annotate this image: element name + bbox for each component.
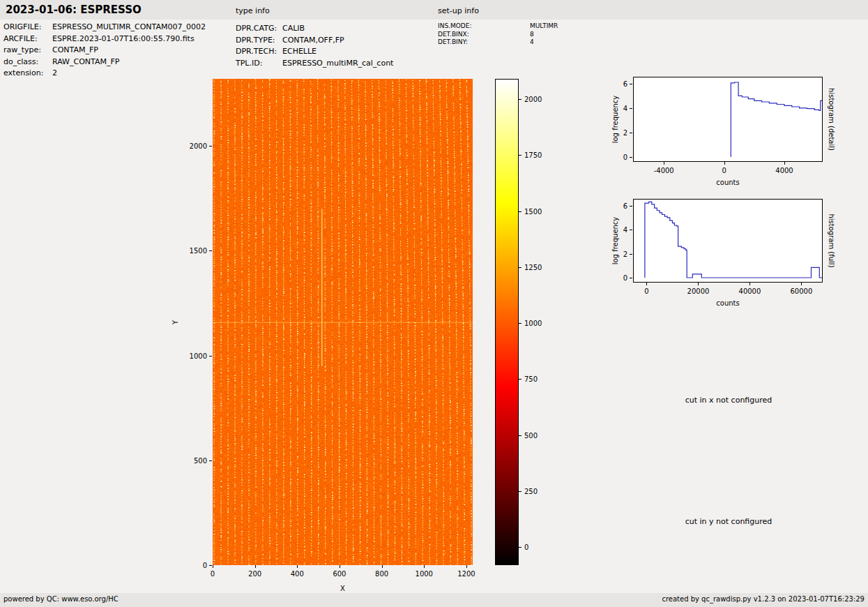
metadata-value: ECHELLE [282, 46, 317, 58]
metadata-row: raw_type:CONTAM_FP [3, 45, 206, 57]
colorbar-tick-mark [519, 323, 521, 324]
tick-label: 60000 [791, 287, 813, 295]
page-title: 2023-01-06: ESPRESSO [6, 3, 142, 16]
colorbar [495, 79, 519, 565]
colorbar-tick-mark [519, 211, 521, 212]
y-tick-mark [630, 206, 632, 207]
tick-label: 2000 [524, 95, 542, 103]
y-axis-title: log frequency [611, 96, 619, 144]
tick-label: 1500 [190, 247, 207, 255]
histogram_detail-line [634, 77, 822, 161]
y-tick-mark [630, 157, 632, 158]
metadata-label: ORIGFILE: [3, 22, 52, 33]
histogram_full-plot-area [633, 199, 823, 283]
metadata-label: DPR.TYPE: [236, 35, 282, 47]
tick-label: 6 [623, 202, 627, 209]
x-tick-mark [424, 565, 425, 568]
colorbar-tick-mark [519, 267, 521, 268]
y-tick-mark [209, 146, 212, 147]
tick-label: 750 [524, 375, 538, 383]
metadata-value: CONTAM,OFF,FP [282, 35, 344, 47]
metadata-value: ESPRE.2023-01-07T16:00:55.790.fits [52, 33, 195, 45]
y-tick-mark [630, 108, 632, 109]
metadata-label: raw_type: [3, 45, 52, 57]
metadata-row: DET.BINX:8 [438, 31, 558, 39]
tick-label: 250 [524, 488, 538, 495]
tick-label: 500 [524, 431, 538, 439]
footer-powered-by: powered by QC: www.eso.org/HC [3, 595, 119, 603]
y-tick-mark [209, 356, 212, 357]
x-tick-mark [382, 565, 383, 568]
tick-label: 1000 [190, 352, 207, 359]
tick-label: 500 [194, 456, 207, 464]
cut-y-note: cut in y not configured [685, 517, 772, 526]
footer-bar: powered by QC: www.eso.org/HC created by… [0, 593, 868, 607]
y-tick-mark [630, 278, 632, 278]
tick-label: 2 [623, 250, 627, 257]
metadata-label: DET.BINX: [438, 31, 530, 39]
tick-label: 0 [722, 167, 726, 174]
metadata-row: extension:2 [3, 68, 206, 80]
colorbar-tick-mark [519, 435, 521, 436]
x-tick-mark [255, 565, 256, 568]
tick-label: 400 [291, 570, 304, 578]
setup-info-section-label: set-up info [438, 6, 479, 15]
tick-label: 1000 [524, 320, 542, 327]
metadata-value: CALIB [282, 23, 305, 35]
metadata-row: DPR.TECH:ECHELLE [236, 46, 393, 58]
tick-label: -4000 [654, 167, 674, 174]
y-tick-mark [630, 230, 632, 230]
x-tick-mark [340, 565, 340, 568]
metadata-row: DET.BINY:4 [438, 38, 558, 47]
footer-created-by: created by qc_rawdisp.py v1.2.3 on 2023-… [662, 595, 865, 603]
tick-label: 800 [375, 570, 388, 578]
x-tick-mark [749, 283, 750, 285]
metadata-row: ORIGFILE:ESPRESSO_MULTIMR_CONTAM007_0002 [3, 22, 206, 33]
histogram_full-line [634, 200, 822, 282]
metadata-row: TPL.ID:ESPRESSO_multiMR_cal_cont [236, 58, 393, 70]
colorbar-tick-mark [519, 491, 521, 492]
tick-label: 200 [248, 570, 261, 578]
type-info-section-label: type info [236, 6, 270, 15]
file-metadata-block: ORIGFILE:ESPRESSO_MULTIMR_CONTAM007_0002… [3, 22, 206, 80]
tick-label: 4 [623, 226, 627, 234]
x-tick-mark [664, 162, 664, 165]
metadata-value: 8 [530, 31, 534, 39]
right-axis-title: histogram (detail) [828, 88, 835, 151]
metadata-label: TPL.ID: [236, 58, 282, 70]
x-tick-mark [698, 283, 699, 285]
metadata-value: RAW_CONTAM_FP [52, 57, 119, 68]
metadata-label: DET.BINY: [438, 38, 530, 47]
metadata-row: INS.MODE:MULTIMR [438, 22, 558, 31]
y-tick-mark [630, 84, 632, 84]
y-tick-mark [630, 254, 632, 255]
metadata-value: ESPRESSO_MULTIMR_CONTAM007_0002 [52, 22, 206, 33]
x-axis-title: counts [716, 179, 739, 186]
tick-label: 6 [623, 80, 627, 87]
metadata-value: CONTAM_FP [52, 45, 98, 57]
x-tick-mark [724, 162, 725, 165]
metadata-label: do_class: [3, 57, 52, 68]
tick-label: 1250 [524, 263, 542, 271]
colorbar-tick-mark [519, 155, 521, 156]
metadata-row: ARCFILE:ESPRE.2023-01-07T16:00:55.790.fi… [3, 33, 206, 45]
tick-label: 4 [623, 104, 627, 112]
tick-label: 0 [211, 570, 215, 578]
tick-label: 20000 [687, 287, 710, 295]
tick-label: 40000 [739, 287, 761, 295]
metadata-label: INS.MODE: [438, 22, 530, 31]
header-bar: 2023-01-06: ESPRESSO type info set-up in… [0, 0, 868, 20]
tick-label: 1500 [524, 207, 542, 215]
y-tick-mark [209, 565, 212, 566]
metadata-row: do_class:RAW_CONTAM_FP [3, 57, 206, 68]
tick-label: 1200 [457, 570, 475, 578]
metadata-row: DPR.TYPE:CONTAM,OFF,FP [236, 35, 393, 47]
tick-label: 4000 [775, 167, 793, 174]
metadata-value: ESPRESSO_multiMR_cal_cont [282, 58, 393, 70]
metadata-value: 4 [530, 38, 534, 47]
x-tick-mark [297, 565, 298, 568]
x-tick-mark [646, 283, 647, 285]
y-tick-mark [209, 460, 212, 461]
metadata-row: DPR.CATG:CALIB [236, 23, 393, 35]
y-tick-mark [209, 250, 212, 251]
